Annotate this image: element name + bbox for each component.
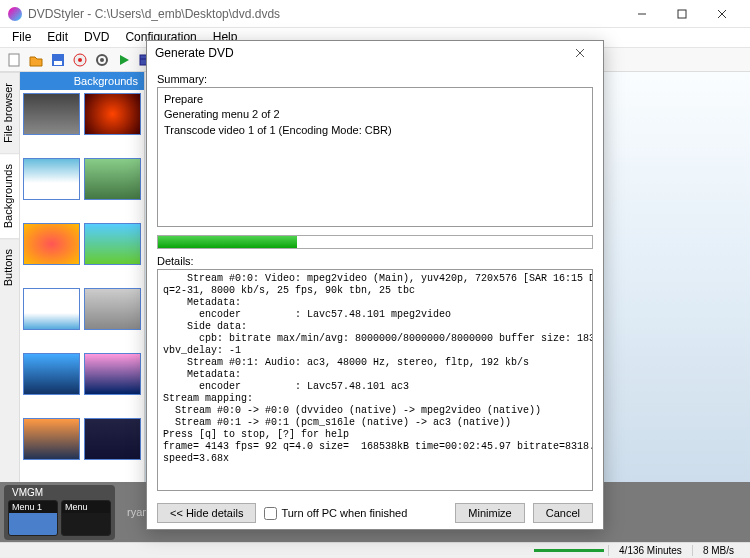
bg-thumb[interactable] — [23, 223, 80, 265]
status-accent — [534, 549, 604, 552]
bg-thumb[interactable] — [23, 353, 80, 395]
summary-line: Transcode video 1 of 1 (Encoding Mode: C… — [164, 123, 586, 138]
settings-icon[interactable] — [92, 50, 112, 70]
timeline-item-label: Menu — [62, 501, 110, 513]
turn-off-checkbox-input[interactable] — [264, 507, 277, 520]
bg-thumb[interactable] — [84, 158, 141, 200]
new-icon[interactable] — [4, 50, 24, 70]
svg-rect-6 — [54, 61, 62, 65]
tab-buttons[interactable]: Buttons — [0, 238, 19, 296]
timeline-group-vmgm: VMGM Menu 1 Menu — [4, 485, 115, 540]
bg-thumb[interactable] — [84, 418, 141, 460]
minimize-button[interactable]: Minimize — [455, 503, 524, 523]
close-button[interactable] — [702, 2, 742, 26]
svg-rect-1 — [678, 10, 686, 18]
statusbar: 4/136 Minutes 8 MB/s — [0, 542, 750, 558]
bg-thumb[interactable] — [23, 158, 80, 200]
bg-thumb[interactable] — [23, 288, 80, 330]
turn-off-checkbox-label: Turn off PC when finished — [281, 507, 407, 519]
bg-thumb[interactable] — [84, 223, 141, 265]
timeline-thumb — [62, 513, 110, 535]
dialog-title: Generate DVD — [155, 46, 575, 60]
side-tabs: File browser Backgrounds Buttons — [0, 72, 20, 482]
bg-thumb[interactable] — [84, 93, 141, 135]
summary-box[interactable]: Prepare Generating menu 2 of 2 Transcode… — [157, 87, 593, 227]
timeline-group-label: VMGM — [8, 487, 111, 500]
open-icon[interactable] — [26, 50, 46, 70]
maximize-button[interactable] — [662, 2, 702, 26]
svg-point-8 — [78, 58, 82, 62]
tab-file-browser[interactable]: File browser — [0, 72, 19, 153]
turn-off-checkbox[interactable]: Turn off PC when finished — [264, 507, 407, 520]
timeline-thumb — [9, 513, 57, 535]
dialog-titlebar: Generate DVD — [147, 41, 603, 65]
backgrounds-panel: Backgrounds — [20, 72, 145, 482]
status-minutes: 4/136 Minutes — [608, 545, 692, 556]
app-icon — [8, 7, 22, 21]
dialog-footer: << Hide details Turn off PC when finishe… — [147, 497, 603, 529]
summary-line: Prepare — [164, 92, 586, 107]
svg-rect-4 — [9, 54, 19, 66]
save-icon[interactable] — [48, 50, 68, 70]
backgrounds-header: Backgrounds — [20, 72, 144, 90]
timeline-item[interactable]: Menu 1 — [8, 500, 58, 536]
svg-point-10 — [100, 58, 104, 62]
details-box[interactable]: Stream #0:0: Video: mpeg2video (Main), y… — [157, 269, 593, 491]
details-label: Details: — [157, 255, 593, 267]
dialog-close-icon[interactable] — [575, 48, 595, 58]
summary-label: Summary: — [157, 73, 593, 85]
menu-edit[interactable]: Edit — [39, 28, 76, 47]
bg-thumb[interactable] — [84, 288, 141, 330]
timeline-item[interactable]: Menu — [61, 500, 111, 536]
burn-icon[interactable] — [70, 50, 90, 70]
bg-thumb[interactable] — [23, 418, 80, 460]
minimize-button[interactable] — [622, 2, 662, 26]
menu-dvd[interactable]: DVD — [76, 28, 117, 47]
titlebar: DVDStyler - C:\Users\d_emb\Desktop\dvd.d… — [0, 0, 750, 28]
tab-backgrounds[interactable]: Backgrounds — [0, 153, 19, 238]
svg-marker-11 — [120, 55, 129, 65]
backgrounds-grid[interactable] — [20, 90, 144, 482]
run-icon[interactable] — [114, 50, 134, 70]
bg-thumb[interactable] — [23, 93, 80, 135]
generate-dvd-dialog: Generate DVD Summary: Prepare Generating… — [146, 40, 604, 530]
progress-fill — [158, 236, 297, 248]
hide-details-button[interactable]: << Hide details — [157, 503, 256, 523]
summary-line: Generating menu 2 of 2 — [164, 107, 586, 122]
bg-thumb[interactable] — [84, 353, 141, 395]
timeline-item-label: Menu 1 — [9, 501, 57, 513]
status-speed: 8 MB/s — [692, 545, 744, 556]
progress-bar — [157, 235, 593, 249]
menu-file[interactable]: File — [4, 28, 39, 47]
cancel-button[interactable]: Cancel — [533, 503, 593, 523]
window-title: DVDStyler - C:\Users\d_emb\Desktop\dvd.d… — [28, 7, 622, 21]
